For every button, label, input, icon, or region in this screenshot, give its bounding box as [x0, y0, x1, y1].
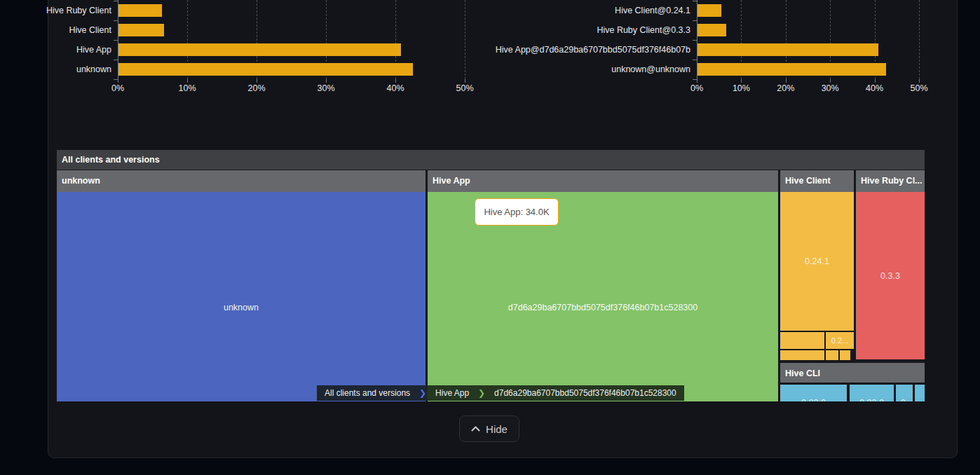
value-axis-tick: [395, 79, 396, 83]
treemap-header-unknown[interactable]: unknown: [57, 170, 426, 192]
dashboard-panel: 0%10%20%30%40%50%Hive Ruby ClientHive Cl…: [0, 0, 980, 475]
category-label: unknown: [0, 60, 111, 79]
hide-button-label: Hide: [486, 423, 508, 435]
bar-unknown-unknown[interactable]: [697, 63, 886, 76]
clients-treemap: All clients and versions unknown unknown…: [57, 150, 925, 401]
value-axis-tick: [187, 79, 188, 83]
client-share-bar-chart: 0%10%20%30%40%50%Hive Ruby ClientHive Cl…: [0, 0, 489, 98]
value-tick-label: 10%: [172, 83, 203, 93]
treemap-block-hive-ruby-0-3-3[interactable]: 0.3.3: [856, 192, 925, 359]
treemap-header-hive-cli[interactable]: Hive CLI: [780, 363, 925, 383]
treemap-header-label: Hive CLI: [780, 363, 925, 383]
category-label: Hive Ruby Client@0.3.3: [489, 20, 690, 40]
value-tick-label: 10%: [726, 83, 756, 93]
value-axis-tick: [786, 79, 787, 83]
treemap-header-hive-ruby-client[interactable]: Hive Ruby Cl...: [856, 170, 925, 192]
value-tick-label: 20%: [241, 83, 272, 93]
category-axis-tick: [693, 20, 697, 21]
value-tick-label: 0%: [102, 83, 133, 93]
value-axis-tick: [741, 79, 742, 83]
value-tick-label: 40%: [380, 83, 411, 93]
treemap-block-hive-client-sub[interactable]: [780, 350, 824, 360]
treemap-block-hive-cli-sub[interactable]: [915, 385, 925, 401]
breadcrumb-all-clients[interactable]: All clients and versions: [317, 385, 418, 401]
treemap-block-hive-client-0-24-1[interactable]: 0.24.1: [780, 192, 854, 331]
category-axis-tick: [114, 60, 118, 60]
value-tick-label: 40%: [859, 83, 890, 93]
hide-button[interactable]: Hide: [459, 415, 519, 442]
value-axis-tick: [919, 79, 920, 83]
treemap-block-hive-client-sub[interactable]: [826, 350, 838, 360]
chevron-right-icon: ❯: [418, 385, 428, 401]
bar-hive-client[interactable]: [118, 24, 164, 36]
treemap-block-hive-cli-0-23-0b[interactable]: 0.23.0: [850, 385, 894, 401]
bar-hive-ruby-client-0-3-3[interactable]: [697, 24, 726, 36]
category-label: Hive App@d7d6a29ba6707bbd5075df376f46b07…: [489, 40, 690, 60]
treemap-block-unknown[interactable]: unknown: [57, 192, 426, 401]
treemap-block-hive-client-sub[interactable]: [780, 332, 824, 349]
treemap-header-label: Hive App: [428, 170, 778, 192]
value-tick-label: 20%: [770, 83, 801, 93]
category-label: Hive App: [0, 40, 111, 60]
category-axis-tick: [114, 79, 118, 80]
value-gridline: [465, 0, 465, 79]
category-axis-tick: [693, 60, 697, 60]
bar-hive-ruby-client[interactable]: [118, 4, 162, 17]
treemap-block-hive-client-sub[interactable]: [840, 350, 850, 360]
category-label: Hive Client: [0, 20, 111, 40]
value-tick-label: 50%: [449, 83, 480, 93]
value-axis-tick: [697, 79, 697, 83]
value-tick-label: 0%: [681, 83, 712, 93]
value-tick-label: 30%: [815, 83, 845, 93]
treemap-title-bar: All clients and versions: [57, 150, 925, 170]
category-label: Hive Client@0.24.1: [489, 1, 690, 20]
value-axis-tick: [257, 79, 257, 83]
treemap-header-label: unknown: [57, 170, 426, 192]
category-axis-tick: [693, 79, 697, 80]
treemap-header-label: Hive Ruby Cl...: [856, 170, 925, 192]
treemap-header-hive-client[interactable]: Hive Client: [780, 170, 854, 192]
treemap-tooltip: Hive App: 34.0K: [475, 198, 559, 226]
value-axis-tick: [875, 79, 876, 83]
category-label: unknown@unknown: [489, 60, 690, 79]
value-axis-tick: [465, 79, 465, 83]
category-axis-tick: [114, 40, 118, 41]
treemap-block-hive-cli-0-23-0[interactable]: 0.23.0: [780, 385, 847, 401]
bar-hive-app-d7d6a29ba6707bbd5075df376f46b07b[interactable]: [697, 43, 878, 56]
treemap-block-hive-client-0-2[interactable]: 0.2...: [826, 332, 854, 349]
value-axis-tick: [326, 79, 327, 83]
value-gridline: [919, 0, 920, 79]
treemap-breadcrumb: All clients and versions ❯ Hive App ❯ d7…: [317, 385, 684, 401]
category-axis-tick: [114, 1, 118, 1]
value-axis-tick: [118, 79, 118, 83]
client-version-share-bar-chart: 0%10%20%30%40%50%Hive Client@0.24.1Hive …: [489, 0, 980, 98]
treemap-title: All clients and versions: [57, 150, 925, 170]
value-tick-label: 30%: [311, 83, 341, 93]
value-tick-label: 50%: [904, 83, 934, 93]
treemap-block-hive-cli-0[interactable]: 0.: [896, 385, 913, 401]
breadcrumb-version-hash[interactable]: d7d6a29ba6707bbd5075df376f46b07b1c528300: [486, 385, 684, 401]
treemap-header-hive-app[interactable]: Hive App: [428, 170, 778, 192]
bar-unknown[interactable]: [118, 63, 413, 76]
chevron-right-icon: ❯: [477, 385, 486, 401]
category-axis-tick: [693, 1, 697, 1]
bar-hive-app[interactable]: [118, 43, 401, 56]
category-axis-tick: [693, 40, 697, 41]
category-label: Hive Ruby Client: [0, 1, 111, 20]
value-axis-tick: [830, 79, 831, 83]
bar-hive-client-0-24-1[interactable]: [697, 4, 721, 17]
category-axis-tick: [114, 20, 118, 21]
treemap-header-label: Hive Client: [780, 170, 854, 192]
chevron-up-icon: [471, 426, 480, 432]
breadcrumb-hive-app[interactable]: Hive App: [428, 385, 477, 401]
